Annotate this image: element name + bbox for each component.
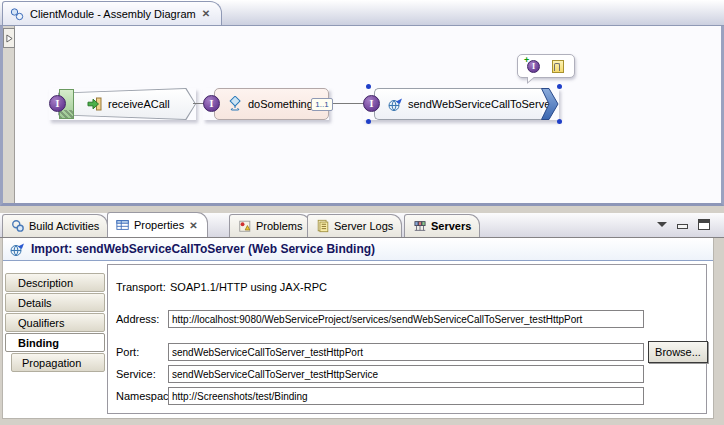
service-input[interactable] xyxy=(168,365,644,383)
selection-handle xyxy=(366,119,371,124)
tab-build-activities[interactable]: Build Activities xyxy=(2,214,108,237)
flyout-arrow-icon xyxy=(6,34,13,43)
minimize-icon[interactable] xyxy=(677,224,688,229)
tab-label: Server Logs xyxy=(334,220,393,232)
hover-action-bubble: I + xyxy=(517,54,575,78)
assembly-diagram-icon xyxy=(9,6,25,22)
component-icon xyxy=(227,96,243,112)
interface-icon[interactable]: I xyxy=(49,95,66,112)
assembly-diagram-canvas[interactable]: receiveACall I doSomething 1..1 I xyxy=(0,26,724,206)
transport-value: SOAP1.1/HTTP using JAX-RPC xyxy=(170,281,327,293)
tab-server-logs[interactable]: Server Logs xyxy=(307,214,402,237)
properties-title: Import: sendWebServiceCallToServer (Web … xyxy=(31,242,375,256)
binding-form: Transport: SOAP1.1/HTTP using JAX-RPC Ad… xyxy=(107,264,707,414)
port-input[interactable] xyxy=(168,343,644,361)
browse-button[interactable]: Browse... xyxy=(648,341,708,363)
tab-label: Problems xyxy=(256,220,302,232)
component-label: doSomething xyxy=(248,98,313,110)
properties-side-tabs: Description Details Qualifiers Binding P… xyxy=(3,262,107,418)
transport-label: Transport: xyxy=(116,281,166,293)
import-body: sendWebServiceCallToServer xyxy=(374,88,542,120)
address-input[interactable] xyxy=(168,310,644,328)
properties-icon xyxy=(116,218,130,232)
tab-properties[interactable]: Properties ✕ xyxy=(107,212,208,237)
component-doSomething[interactable]: doSomething 1..1 I xyxy=(203,88,329,120)
add-interface-button[interactable]: I + xyxy=(525,57,543,75)
view-menu-icon[interactable] xyxy=(657,222,667,227)
multiplicity-badge: 1..1 xyxy=(311,98,333,111)
workbench-window: { "colors": { "selection_blue": "#1f3fc8… xyxy=(0,0,724,425)
view-tab-bar: Build Activities Properties ✕ Problems xyxy=(0,213,724,238)
namespace-input[interactable] xyxy=(168,387,644,405)
annotation-note-icon xyxy=(552,60,564,73)
tab-label: Servers xyxy=(431,220,471,232)
view-toolbar xyxy=(657,219,710,230)
side-tab-propagation[interactable]: Propagation xyxy=(11,353,105,372)
import-sendWebServiceCallToServer[interactable]: sendWebServiceCallToServer I xyxy=(363,88,559,120)
plus-icon: + xyxy=(524,55,529,65)
palette-strip xyxy=(3,26,15,203)
tab-label: Build Activities xyxy=(29,220,99,232)
side-tab-qualifiers[interactable]: Qualifiers xyxy=(5,313,105,332)
port-label: Port: xyxy=(116,346,139,358)
import-chevron xyxy=(541,88,559,120)
side-tab-details[interactable]: Details xyxy=(5,293,105,312)
tab-problems[interactable]: Problems xyxy=(229,214,311,237)
selection-handle xyxy=(366,84,371,89)
build-activities-icon xyxy=(11,219,25,233)
tab-servers[interactable]: Servers xyxy=(404,214,480,237)
editor-tab-label: ClientModule - Assembly Diagram xyxy=(30,8,196,20)
problems-icon xyxy=(238,219,252,233)
address-label: Address: xyxy=(116,313,159,325)
component-label: receiveACall xyxy=(108,98,170,110)
maximize-icon[interactable] xyxy=(698,219,710,230)
export-receiveACall[interactable]: receiveACall I xyxy=(49,88,196,120)
palette-flyout-button[interactable] xyxy=(3,28,15,48)
side-tab-description[interactable]: Description xyxy=(5,273,105,292)
tab-close-icon[interactable]: ✕ xyxy=(188,220,198,231)
side-tab-binding[interactable]: Binding xyxy=(5,333,105,352)
interface-icon[interactable]: I xyxy=(363,95,380,112)
editor-tab-assembly-diagram[interactable]: ClientModule - Assembly Diagram ✕ xyxy=(2,1,222,25)
servers-icon xyxy=(413,219,427,233)
editor-tab-bar: ClientModule - Assembly Diagram ✕ xyxy=(0,0,724,26)
export-icon xyxy=(87,96,103,112)
service-label: Service: xyxy=(116,368,156,380)
selection-handle xyxy=(557,84,562,89)
properties-view: Import: sendWebServiceCallToServer (Web … xyxy=(2,238,714,419)
server-logs-icon xyxy=(316,219,330,233)
component-label: sendWebServiceCallToServer xyxy=(408,98,554,110)
selection-handle xyxy=(557,119,562,124)
tab-label: Properties xyxy=(134,219,184,231)
add-annotation-button[interactable] xyxy=(549,57,567,75)
interface-icon[interactable]: I xyxy=(203,95,220,112)
properties-header: Import: sendWebServiceCallToServer (Web … xyxy=(3,238,713,261)
export-body: receiveACall xyxy=(59,89,195,119)
web-service-icon xyxy=(387,96,403,112)
editor-tab-close-icon[interactable]: ✕ xyxy=(201,8,211,19)
web-service-icon xyxy=(9,241,25,257)
